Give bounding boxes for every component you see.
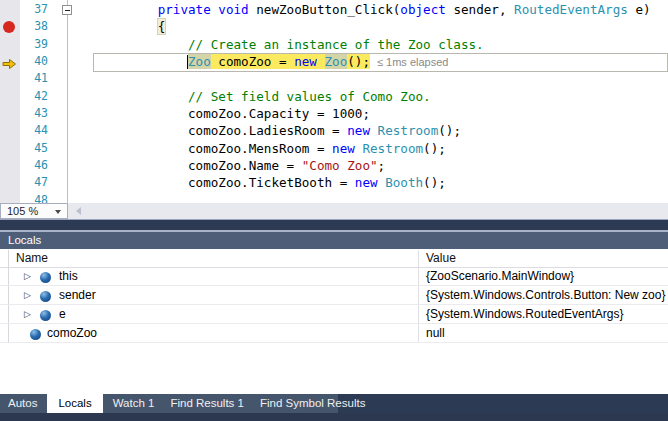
code-text: comoZoo.TicketBooth = new Booth();	[97, 174, 446, 191]
variable-value: {System.Windows.Controls.Button: New zoo…	[426, 286, 665, 305]
scroll-left-icon[interactable]	[76, 207, 81, 215]
text-caret	[187, 55, 188, 69]
locals-title-label: Locals	[8, 234, 41, 246]
column-header-name[interactable]: Name	[16, 250, 48, 267]
tab-find-results-1[interactable]: Find Results 1	[162, 394, 252, 413]
line-number: 43	[20, 105, 48, 122]
code-line-40[interactable]: 40 Zoo comoZoo = new Zoo();≤ 1ms elapsed	[0, 53, 668, 70]
tool-window-tab-strip: AutosLocalsWatch 1Find Results 1Find Sym…	[0, 394, 668, 413]
code-text: private void newZooButton_Click(object s…	[97, 1, 651, 18]
variable-icon	[30, 329, 41, 340]
breakpoint-icon[interactable]	[3, 21, 15, 33]
locals-panel-title: Locals	[0, 232, 668, 249]
collapse-region-button[interactable]	[62, 5, 72, 15]
tab-block: AutosLocalsWatch 1Find Results 1Find Sym…	[0, 394, 338, 413]
line-number: 38	[20, 18, 48, 35]
variable-value: {System.Windows.RoutedEventArgs}	[426, 305, 623, 324]
variable-name: comoZoo	[47, 324, 97, 343]
locals-row-e[interactable]: ▷e{System.Windows.RoutedEventArgs}	[0, 305, 668, 324]
chevron-down-icon	[55, 210, 61, 214]
locals-row-this[interactable]: ▷this{ZooScenario.MainWindow}	[0, 267, 668, 286]
locals-row-comoZoo[interactable]: comoZoonull	[0, 324, 668, 343]
line-number: 40	[20, 53, 48, 70]
code-editor[interactable]: 37 private void newZooButton_Click(objec…	[0, 0, 668, 203]
code-text: comoZoo.LadiesRoom = new Restroom();	[97, 122, 461, 139]
code-line-41[interactable]: 41	[0, 70, 668, 87]
code-line-44[interactable]: 44 comoZoo.LadiesRoom = new Restroom();	[0, 122, 668, 139]
vs-debugger-window: 37 private void newZooButton_Click(objec…	[0, 0, 668, 421]
code-text: // Set field values of Como Zoo.	[97, 88, 431, 105]
code-text: // Create an instance of the Zoo class.	[97, 36, 484, 53]
status-bar-band	[0, 413, 668, 421]
instruction-pointer-icon[interactable]	[2, 56, 17, 74]
code-line-43[interactable]: 43 comoZoo.Capacity = 1000;	[0, 105, 668, 122]
expand-icon[interactable]: ▷	[24, 305, 31, 324]
grid-column-headers[interactable]: Name Value	[0, 250, 668, 268]
code-line-42[interactable]: 42 // Set field values of Como Zoo.	[0, 88, 668, 105]
tab-locals[interactable]: Locals	[47, 393, 102, 413]
editor-zoom-dropdown[interactable]: 105 %	[0, 203, 68, 219]
line-number: 46	[20, 157, 48, 174]
code-line-48[interactable]: 48	[0, 192, 668, 203]
code-text: {	[97, 18, 165, 35]
zoom-level-value: 105 %	[7, 205, 38, 217]
code-line-39[interactable]: 39 // Create an instance of the Zoo clas…	[0, 36, 668, 53]
expand-icon[interactable]: ▷	[24, 267, 31, 286]
column-header-value[interactable]: Value	[426, 250, 456, 267]
variable-name: sender	[59, 286, 96, 305]
tab-autos[interactable]: Autos	[0, 394, 45, 413]
variable-icon	[40, 310, 51, 321]
code-text: comoZoo.Name = "Como Zoo";	[97, 157, 385, 174]
code-text: comoZoo.Capacity = 1000;	[97, 105, 370, 122]
code-line-45[interactable]: 45 comoZoo.MensRoom = new Restroom();	[0, 140, 668, 157]
locals-row-sender[interactable]: ▷sender{System.Windows.Controls.Button: …	[0, 286, 668, 305]
code-line-37[interactable]: 37 private void newZooButton_Click(objec…	[0, 1, 668, 18]
variable-value: {ZooScenario.MainWindow}	[426, 267, 574, 286]
variable-name: e	[59, 305, 66, 324]
line-number: 47	[20, 174, 48, 191]
line-number: 48	[20, 192, 48, 203]
variable-icon	[40, 291, 51, 302]
code-text: Zoo comoZoo = new Zoo();≤ 1ms elapsed	[97, 53, 448, 71]
tab-find-symbol-results[interactable]: Find Symbol Results	[252, 394, 373, 413]
code-line-38[interactable]: 38 {	[0, 18, 668, 35]
line-number: 44	[20, 122, 48, 139]
code-text: comoZoo.MensRoom = new Restroom();	[97, 140, 446, 157]
code-line-47[interactable]: 47 comoZoo.TicketBooth = new Booth();	[0, 174, 668, 191]
perf-tip-elapsed: ≤ 1ms elapsed	[377, 56, 448, 68]
code-line-46[interactable]: 46 comoZoo.Name = "Como Zoo";	[0, 157, 668, 174]
window-background-band	[0, 220, 668, 230]
variable-icon	[40, 272, 51, 283]
line-number: 41	[20, 70, 48, 87]
variable-value: null	[426, 324, 445, 343]
horizontal-scrollbar[interactable]	[68, 203, 668, 219]
variable-name: this	[59, 267, 78, 286]
line-number: 45	[20, 140, 48, 157]
locals-grid: Name Value ▷this{ZooScenario.MainWindow}…	[0, 249, 668, 394]
line-number: 39	[20, 36, 48, 53]
line-number: 42	[20, 88, 48, 105]
line-number: 37	[20, 1, 48, 18]
tab-watch-1[interactable]: Watch 1	[105, 394, 163, 413]
expand-icon[interactable]: ▷	[24, 286, 31, 305]
